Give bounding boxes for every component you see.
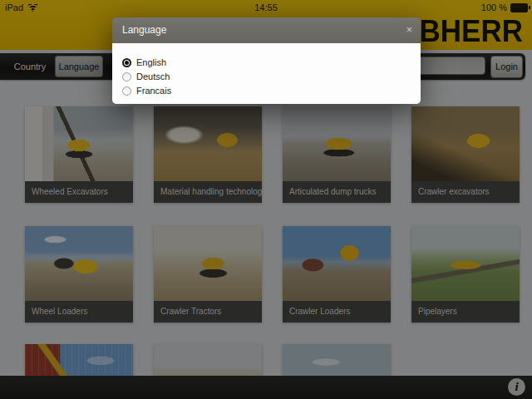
dialog-title: Language bbox=[112, 17, 421, 43]
dialog-header: Language × bbox=[112, 17, 421, 43]
radio-checked-icon[interactable] bbox=[122, 58, 131, 67]
radio-unchecked-icon[interactable] bbox=[122, 86, 131, 96]
radio-unchecked-icon[interactable] bbox=[122, 72, 131, 81]
app-screen: LIEBHERR iPad 14:55 100 % Country Langua… bbox=[0, 0, 532, 399]
option-label: Francais bbox=[136, 86, 171, 96]
option-label: Deutsch bbox=[136, 71, 170, 81]
option-label: English bbox=[136, 57, 166, 67]
language-dialog: Language × English Deutsch Francais bbox=[112, 17, 421, 104]
dialog-body: English Deutsch Francais bbox=[112, 43, 421, 104]
close-icon[interactable]: × bbox=[406, 17, 412, 42]
option-deutsch[interactable]: Deutsch bbox=[122, 70, 421, 83]
option-english[interactable]: English bbox=[122, 56, 421, 69]
option-francais[interactable]: Francais bbox=[122, 84, 421, 97]
